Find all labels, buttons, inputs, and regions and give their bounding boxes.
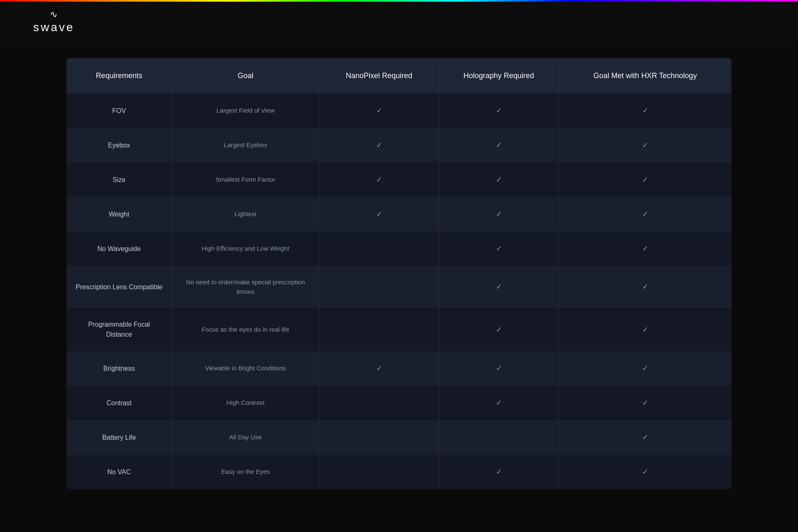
cell-goal: No need to order/make special prescripti… <box>172 266 319 308</box>
logo-text: swave <box>33 21 74 34</box>
table-row: SizeSmallest Form Factor✓✓✓ <box>66 163 732 197</box>
checkmark-icon: ✓ <box>376 106 382 115</box>
checkmark-icon: ✓ <box>496 210 502 218</box>
cell-goalmet: ✓ <box>559 232 732 266</box>
logo-wave-icon: ∿ <box>50 9 58 20</box>
table-row: ContrastHigh Contrast✓✓ <box>66 386 732 420</box>
cell-requirement: No Waveguide <box>66 232 172 266</box>
cell-nanopixel <box>319 420 439 455</box>
table-header-row: Requirements Goal NanoPixel Required Hol… <box>66 58 732 94</box>
cell-requirement: Contrast <box>66 386 172 420</box>
cell-holography: ✓ <box>439 266 559 308</box>
header-holography: Holography Required <box>439 58 559 94</box>
table-row: No VACEasy on the Eyes✓✓ <box>66 455 732 489</box>
cell-nanopixel <box>319 266 439 308</box>
checkmark-icon: ✓ <box>642 175 648 184</box>
cell-goal: High Efficiency and Low Weight <box>172 232 319 266</box>
cell-goalmet: ✓ <box>559 351 732 386</box>
cell-requirement: Battery Life <box>66 420 172 455</box>
cell-requirement: Programmable Focal Distance <box>66 308 172 351</box>
cell-goal: All Day Use <box>172 420 319 455</box>
checkmark-icon: ✓ <box>496 468 502 476</box>
cell-goalmet: ✓ <box>559 197 732 232</box>
checkmark-icon: ✓ <box>642 325 648 334</box>
checkmark-icon: ✓ <box>496 244 502 253</box>
header-requirements: Requirements <box>66 58 172 94</box>
checkmark-icon: ✓ <box>642 244 648 253</box>
cell-goal: Lightest <box>172 197 319 232</box>
checkmark-icon: ✓ <box>642 433 648 441</box>
checkmark-icon: ✓ <box>642 210 648 218</box>
header-goalmet: Goal Met with HXR Technology <box>559 58 732 94</box>
comparison-table: Requirements Goal NanoPixel Required Hol… <box>66 58 732 489</box>
cell-nanopixel: ✓ <box>319 94 439 128</box>
checkmark-icon: ✓ <box>376 210 382 218</box>
cell-goal: Viewable in Bright Conditions <box>172 351 319 386</box>
cell-goalmet: ✓ <box>559 455 732 489</box>
cell-nanopixel <box>319 455 439 489</box>
checkmark-icon: ✓ <box>642 283 648 291</box>
cell-holography: ✓ <box>439 163 559 197</box>
cell-goalmet: ✓ <box>559 128 732 163</box>
checkmark-icon: ✓ <box>376 175 382 184</box>
checkmark-icon: ✓ <box>642 399 648 407</box>
checkmark-icon: ✓ <box>496 175 502 184</box>
checkmark-icon: ✓ <box>496 325 502 334</box>
cell-nanopixel <box>319 386 439 420</box>
cell-nanopixel <box>319 308 439 351</box>
header: ∿ swave <box>0 2 798 42</box>
table-body: FOVLargest Field of View✓✓✓EyeboxLargest… <box>66 94 732 489</box>
checkmark-icon: ✓ <box>496 283 502 291</box>
table-row: BrightnessViewable in Bright Conditions✓… <box>66 351 732 386</box>
cell-goal: High Contrast <box>172 386 319 420</box>
checkmark-icon: ✓ <box>376 141 382 149</box>
table-row: Battery LifeAll Day Use✓ <box>66 420 732 455</box>
cell-nanopixel: ✓ <box>319 351 439 386</box>
cell-requirement: Prescription Lens Compatible <box>66 266 172 308</box>
cell-holography: ✓ <box>439 128 559 163</box>
cell-holography: ✓ <box>439 351 559 386</box>
cell-requirement: Brightness <box>66 351 172 386</box>
checkmark-icon: ✓ <box>642 468 648 476</box>
main-content: Requirements Goal NanoPixel Required Hol… <box>0 42 798 506</box>
cell-goal: Easy on the Eyes <box>172 455 319 489</box>
cell-holography: ✓ <box>439 386 559 420</box>
cell-goalmet: ✓ <box>559 308 732 351</box>
checkmark-icon: ✓ <box>642 141 648 149</box>
cell-requirement: No VAC <box>66 455 172 489</box>
cell-holography: ✓ <box>439 197 559 232</box>
checkmark-icon: ✓ <box>642 106 648 115</box>
checkmark-icon: ✓ <box>642 364 648 372</box>
cell-goalmet: ✓ <box>559 94 732 128</box>
cell-requirement: Size <box>66 163 172 197</box>
checkmark-icon: ✓ <box>496 141 502 149</box>
cell-goalmet: ✓ <box>559 386 732 420</box>
checkmark-icon: ✓ <box>376 364 382 372</box>
header-nanopixel: NanoPixel Required <box>319 58 439 94</box>
cell-goal: Largest Field of View <box>172 94 319 128</box>
cell-goalmet: ✓ <box>559 266 732 308</box>
cell-nanopixel <box>319 232 439 266</box>
table-row: Prescription Lens CompatibleNo need to o… <box>66 266 732 308</box>
checkmark-icon: ✓ <box>496 106 502 115</box>
cell-holography: ✓ <box>439 308 559 351</box>
table-row: No WaveguideHigh Efficiency and Low Weig… <box>66 232 732 266</box>
cell-holography: ✓ <box>439 455 559 489</box>
table-row: FOVLargest Field of View✓✓✓ <box>66 94 732 128</box>
checkmark-icon: ✓ <box>496 399 502 407</box>
cell-holography <box>439 420 559 455</box>
checkmark-icon: ✓ <box>496 364 502 372</box>
cell-nanopixel: ✓ <box>319 128 439 163</box>
table-row: Programmable Focal DistanceFocus as the … <box>66 308 732 351</box>
cell-requirement: FOV <box>66 94 172 128</box>
cell-holography: ✓ <box>439 232 559 266</box>
cell-goalmet: ✓ <box>559 163 732 197</box>
cell-requirement: Weight <box>66 197 172 232</box>
cell-holography: ✓ <box>439 94 559 128</box>
cell-goal: Focus as the eyes do in real life <box>172 308 319 351</box>
logo: ∿ swave <box>33 9 74 34</box>
table-row: EyeboxLargest Eyebox✓✓✓ <box>66 128 732 163</box>
cell-requirement: Eyebox <box>66 128 172 163</box>
cell-goal: Smallest Form Factor <box>172 163 319 197</box>
cell-nanopixel: ✓ <box>319 163 439 197</box>
